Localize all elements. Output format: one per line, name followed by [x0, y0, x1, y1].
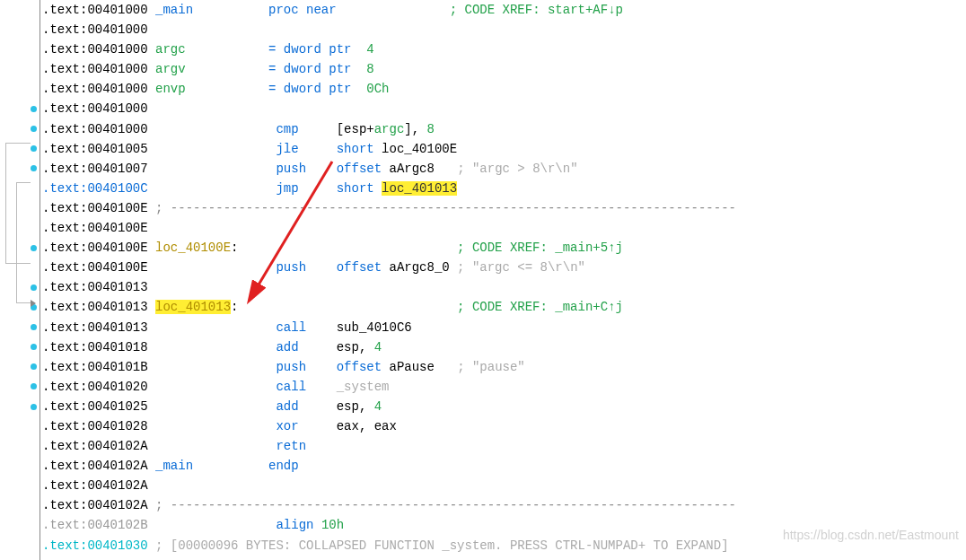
breakpoint-dot[interactable] [31, 404, 37, 410]
token: loc_401013 [382, 181, 457, 196]
disasm-line[interactable]: .text:00401000 [42, 20, 966, 39]
token: aPause [389, 360, 434, 374]
breakpoint-dot[interactable] [31, 284, 37, 291]
token: offset [337, 162, 390, 176]
breakpoint-dot[interactable] [31, 245, 37, 251]
token: xor [276, 419, 298, 433]
token: ; CODE XREF: start+AF↓p [450, 3, 623, 17]
token: ; CODE XREF: _main+C↑j [457, 300, 623, 314]
address: .text:00401000 [42, 22, 148, 37]
token: _system [337, 380, 390, 394]
disasm-line[interactable]: .text:00401000 _main proc near ; CODE XR… [42, 0, 966, 20]
watermark: https://blog.csdn.net/Eastmount [783, 528, 959, 542]
address: .text:00401000 [42, 101, 148, 116]
flow-arrow-icon [31, 300, 36, 307]
disasm-line[interactable]: .text:0040100E loc_40100E: ; CODE XREF: … [42, 238, 966, 258]
address: .text:00401025 [42, 399, 148, 414]
disasm-line[interactable]: .text:0040100E push offset aArgc8_0 ; "a… [42, 258, 966, 277]
flow-line [16, 182, 17, 302]
token: push [276, 162, 306, 176]
disasm-line[interactable]: .text:00401018 add esp, 4 [42, 337, 966, 357]
token: loc_401013 [155, 300, 231, 314]
disasm-line[interactable]: .text:00401013 call sub_4010C6 [42, 318, 966, 337]
address: .text:0040100E [42, 221, 148, 235]
disasm-line[interactable]: .text:00401000 argc = dword ptr 4 [42, 39, 966, 59]
disasm-line[interactable]: .text:00401000 envp = dword ptr 0Ch [42, 79, 966, 99]
address: .text:0040101B [42, 360, 148, 374]
token: align [276, 518, 321, 532]
token: = dword ptr [268, 82, 366, 96]
address: .text:00401000 [42, 82, 148, 96]
token: loc_40100E [155, 241, 231, 255]
token: endp [268, 459, 299, 473]
disasm-line[interactable]: .text:00401000 [42, 99, 966, 118]
token: 4 [374, 399, 382, 414]
disasm-line[interactable]: .text:0040101B push offset aPause ; "pau… [42, 357, 966, 377]
disasm-line[interactable]: .text:0040100C jmp short loc_401013 [42, 179, 966, 198]
token: short [337, 142, 382, 156]
token: ; "argc <= 8\r\n" [457, 260, 585, 275]
address: .text:0040102A [42, 498, 148, 512]
disasm-line[interactable]: .text:0040102A ; -----------------------… [42, 495, 966, 515]
token: esp [337, 340, 359, 354]
breakpoint-dot[interactable] [31, 363, 37, 370]
disasm-line[interactable]: .text:00401000 argv = dword ptr 8 [42, 59, 966, 79]
disasm-line[interactable]: .text:0040100E [42, 218, 966, 238]
flow-line [5, 143, 31, 144]
disasm-line[interactable]: .text:00401000 cmp [esp+argc], 8 [42, 119, 966, 139]
breakpoint-dot[interactable] [31, 344, 37, 350]
token: ; "argc > 8\r\n" [457, 162, 577, 176]
token: 8 [366, 62, 373, 76]
address: .text:00401013 [42, 300, 148, 314]
address: .text:0040100C [42, 181, 148, 196]
disasm-line[interactable]: .text:0040102A retn [42, 436, 966, 456]
token: push [276, 360, 306, 374]
ida-gutter [0, 0, 40, 560]
token: call [276, 320, 306, 335]
disasm-line[interactable]: .text:00401013 [42, 277, 966, 297]
token: ----------------------------------------… [171, 498, 736, 512]
token: add [276, 340, 298, 354]
breakpoint-dot[interactable] [31, 165, 37, 171]
address: .text:00401013 [42, 280, 148, 294]
disassembly-view[interactable]: .text:00401000 _main proc near ; CODE XR… [42, 0, 966, 560]
address: .text:00401030 [42, 538, 148, 553]
disasm-line[interactable]: .text:00401020 call _system [42, 377, 966, 397]
address: .text:00401028 [42, 419, 148, 433]
token: argc [374, 122, 405, 136]
breakpoint-dot[interactable] [31, 145, 37, 152]
token: esp [337, 399, 359, 414]
flow-line [16, 302, 31, 303]
address: .text:00401005 [42, 142, 148, 156]
flow-line [5, 263, 31, 264]
address: .text:00401000 [42, 42, 148, 57]
address: .text:00401000 [42, 62, 148, 76]
breakpoint-dot[interactable] [31, 126, 37, 132]
disasm-line[interactable]: .text:00401005 jle short loc_40100E [42, 139, 966, 159]
token: short [337, 181, 382, 196]
disasm-line[interactable]: .text:0040102A [42, 476, 966, 495]
address: .text:00401000 [42, 3, 148, 17]
disasm-line[interactable]: .text:00401013 loc_401013: ; CODE XREF: … [42, 297, 966, 317]
breakpoint-dot[interactable] [31, 324, 37, 330]
token: ; [00000096 BYTES: COLLAPSED FUNCTION _s… [155, 538, 729, 553]
disasm-line[interactable]: .text:00401007 push offset aArgc8 ; "arg… [42, 159, 966, 179]
token: aArgc8_0 [389, 260, 449, 275]
breakpoint-dot[interactable] [31, 383, 37, 389]
address: .text:00401000 [42, 122, 148, 136]
disasm-line[interactable]: .text:0040100E ; -----------------------… [42, 198, 966, 218]
token: jle [276, 142, 298, 156]
address: .text:00401018 [42, 340, 148, 354]
breakpoint-dot[interactable] [31, 106, 37, 112]
token: 4 [366, 42, 373, 57]
disasm-line[interactable]: .text:00401028 xor eax, eax [42, 416, 966, 436]
address: .text:0040100E [42, 201, 148, 215]
disasm-line[interactable]: .text:0040102A _main endp [42, 456, 966, 476]
disasm-line[interactable]: .text:00401025 add esp, 4 [42, 397, 966, 416]
token: aArgc8 [389, 162, 434, 176]
token: cmp [276, 122, 298, 136]
token: ; CODE XREF: _main+5↑j [457, 241, 623, 255]
token: argc [155, 42, 186, 57]
address: .text:0040102A [42, 478, 148, 493]
token: = dword ptr [268, 42, 366, 57]
